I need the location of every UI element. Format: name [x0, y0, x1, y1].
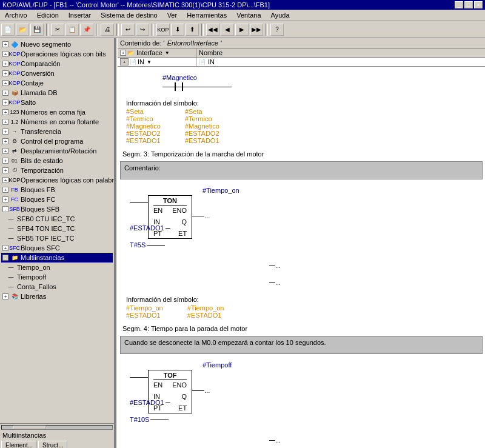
- content-area[interactable]: #Magnetico: [118, 67, 485, 448]
- prev-button[interactable]: ◀◀: [206, 24, 219, 36]
- tree-op-palabra[interactable]: + KOP Operaciones lógicas con palabra: [1, 175, 113, 185]
- menu-archivo[interactable]: Archivo: [2, 11, 30, 19]
- expand-salto[interactable]: +: [2, 99, 8, 105]
- tree-contaje[interactable]: + KOP Contaje: [1, 78, 113, 88]
- menu-ver[interactable]: Ver: [165, 11, 180, 19]
- redo-button[interactable]: ↪: [136, 24, 149, 36]
- download-button[interactable]: ⬇: [171, 24, 184, 36]
- tree-librerias[interactable]: + 📚 Librerias: [1, 292, 113, 301]
- tree-nums-fija[interactable]: + 123 Números en coma fija: [1, 107, 113, 117]
- next-button[interactable]: ▶▶: [250, 24, 263, 36]
- undo-button[interactable]: ↩: [121, 24, 135, 36]
- tree-label-conta: Conta_Fallos: [17, 283, 56, 290]
- transf-icon: →: [10, 127, 19, 136]
- paste-button[interactable]: 📌: [80, 24, 93, 36]
- tree-bloques-fb[interactable]: + FB Bloques FB: [1, 185, 113, 195]
- expand-sfb[interactable]: -: [2, 206, 8, 212]
- expand-op[interactable]: +: [2, 51, 8, 57]
- tree-nums-flotante[interactable]: + 1.2 Números en coma flotante: [1, 117, 113, 127]
- seg4-eno-dots: ...: [204, 387, 210, 394]
- sym-seta-left: #Seta: [126, 108, 161, 115]
- menu-ayuda[interactable]: Ayuda: [269, 11, 292, 19]
- expand-nums-flotante[interactable]: +: [2, 119, 8, 125]
- tree-sfb4[interactable]: — SFB4 TON IEC_TC: [1, 224, 113, 233]
- expand-contaje[interactable]: +: [2, 80, 8, 86]
- prev-step-button[interactable]: ◀: [221, 24, 234, 36]
- tree-desplaz[interactable]: + ⇄ Desplazamiento/Rotación: [1, 146, 113, 156]
- expand-comp[interactable]: +: [2, 61, 8, 67]
- tree-conversion[interactable]: + KOP Conversión: [1, 69, 113, 78]
- expand-fc[interactable]: +: [2, 196, 8, 202]
- tree-label-bits: Bits de estado: [21, 157, 63, 164]
- expand-control[interactable]: +: [2, 138, 8, 144]
- upload-button[interactable]: ⬆: [186, 24, 199, 36]
- print-button[interactable]: 🖨: [101, 24, 114, 36]
- tree-control[interactable]: + ⚙ Control del programa: [1, 136, 113, 146]
- interface-expand[interactable]: +: [120, 50, 126, 56]
- seg3-eno-dots: ...: [204, 212, 210, 219]
- expand-bits[interactable]: +: [2, 158, 8, 164]
- menu-sistema[interactable]: Sistema de destino: [98, 11, 160, 19]
- expand-nuevo[interactable]: +: [2, 41, 8, 47]
- tree-bloques-sfc[interactable]: + SFC Bloques SFC: [1, 243, 113, 253]
- ladder-button[interactable]: KOP: [156, 24, 170, 36]
- tree-sfb0[interactable]: — SFB0 CTU IEC_TC: [1, 214, 113, 224]
- maximize-button[interactable]: □: [464, 1, 473, 8]
- tree-op-logicas[interactable]: + KOP Operaciones lógicas con bits: [1, 49, 113, 59]
- seg3-fb-title: TON: [153, 197, 187, 206]
- tree-salto[interactable]: + KOP Salto: [1, 98, 113, 107]
- expand-multi[interactable]: -: [2, 255, 8, 261]
- interface-label: Interface: [136, 49, 162, 56]
- tree-bloques-sfb[interactable]: - SFB Bloques SFB: [1, 204, 113, 214]
- next-step-button[interactable]: ▶: [235, 24, 249, 36]
- expand-lib[interactable]: +: [2, 293, 8, 299]
- help-button[interactable]: ?: [270, 24, 284, 36]
- tree-multiinstancias[interactable]: - 📁 Multiinstancias: [1, 253, 113, 262]
- seg4-comment-text: Cuando se desconecte la M0.0 empezará a …: [124, 339, 326, 346]
- tree-nuevo-segmento[interactable]: + 🔷 Nuevo segmento: [1, 39, 113, 49]
- sym-seta-right: #Seta: [185, 108, 219, 115]
- element-tab[interactable]: Element...: [1, 441, 37, 448]
- sym-termico-right: #Termico: [185, 115, 219, 122]
- segment-3: Segm. 3: Temporización de la marcha del …: [120, 149, 483, 321]
- tree-bits[interactable]: + 01 Bits de estado: [1, 156, 113, 165]
- tree-label-op-palabra: Operaciones lógicas con palabra: [21, 176, 114, 184]
- tree-comparacion[interactable]: + KOP Comparación: [1, 59, 113, 69]
- new-button[interactable]: 📄: [1, 24, 15, 36]
- tree-label-nums-flotante: Números en coma flotante: [21, 118, 99, 125]
- tree-tiempo-on[interactable]: — Tiempo_on: [1, 262, 113, 272]
- expand-conv[interactable]: +: [2, 70, 8, 76]
- open-button[interactable]: 📂: [16, 24, 29, 36]
- contaje-icon: KOP: [10, 79, 19, 87]
- close-button[interactable]: ×: [474, 1, 483, 8]
- tree-temporizacion[interactable]: + ⏱ Temporización: [1, 165, 113, 175]
- menu-insertar[interactable]: Insertar: [66, 11, 93, 19]
- seg2-symbol-title: Información del símbolo:: [126, 99, 477, 107]
- tree-bloques-fc[interactable]: + FC Bloques FC: [1, 195, 113, 204]
- expand-nums-fija[interactable]: +: [2, 109, 8, 115]
- tree-transferencia[interactable]: + → Transferencia: [1, 127, 113, 136]
- expand-sfc[interactable]: +: [2, 245, 8, 251]
- tree-conta-fallos[interactable]: — Conta_Fallos: [1, 282, 113, 292]
- expand-desplaz[interactable]: +: [2, 148, 8, 154]
- tb-sep1: [46, 24, 48, 36]
- expand-op-palabra[interactable]: +: [2, 177, 8, 183]
- menu-ventana[interactable]: Ventana: [234, 11, 263, 19]
- minimize-button[interactable]: _: [455, 1, 463, 8]
- struct-tab[interactable]: Struct...: [38, 441, 67, 448]
- expand-fb[interactable]: +: [2, 187, 8, 193]
- expand-temp[interactable]: +: [2, 167, 8, 173]
- tree-label-lib: Librerias: [21, 293, 46, 300]
- tree-llamada-db[interactable]: + 📦 Llamada DB: [1, 88, 113, 98]
- save-button[interactable]: 💾: [30, 24, 44, 36]
- expand-llamada[interactable]: +: [2, 90, 8, 96]
- tree-sfb5[interactable]: — SFB5 TOF IEC_TC: [1, 233, 113, 243]
- expand-transf[interactable]: +: [2, 129, 8, 135]
- tree-tiempooff[interactable]: — Tiempooff: [1, 272, 113, 282]
- menu-edicion[interactable]: Edición: [35, 11, 61, 19]
- seg3-ladder: #Tiempo_on TON EN ENO: [120, 182, 483, 291]
- menu-herramientas[interactable]: Herramientas: [184, 11, 229, 19]
- cut-button[interactable]: ✂: [51, 24, 64, 36]
- control-icon: ⚙: [10, 137, 19, 145]
- copy-button[interactable]: 📋: [65, 24, 79, 36]
